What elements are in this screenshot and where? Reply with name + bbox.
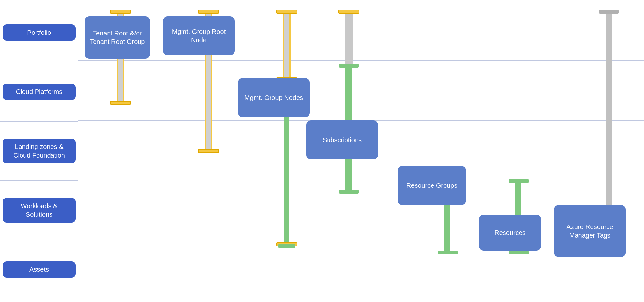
cap-tenant-root-top — [110, 10, 131, 14]
cap-mgmt-nodes-bottom-green — [278, 244, 295, 248]
cap-resources-top — [509, 179, 529, 183]
sidebar-label-assets: Assets — [3, 261, 76, 278]
cap-mgmt-root-top — [198, 10, 219, 14]
node-tenant-root: Tenant Root &/or Tenant Root Group — [85, 16, 150, 59]
node-resources: Resources — [479, 215, 541, 251]
sidebar-label-cloud-platforms: Cloud Platforms — [3, 84, 76, 100]
cap-subscriptions-bottom — [339, 190, 359, 194]
divider-3 — [78, 181, 644, 181]
node-mgmt-group-nodes: Mgmt. Group Nodes — [238, 78, 310, 117]
cap-tenant-root-bottom — [110, 101, 131, 105]
cap-resources-bottom — [509, 251, 529, 254]
node-azure-tags: Azure Resource Manager Tags — [554, 205, 626, 257]
sidebar-row-assets: Assets — [0, 240, 78, 299]
sidebar-row-landing-zones: Landing zones & Cloud Foundation — [0, 122, 78, 181]
cap-mgmt-root-bottom — [198, 149, 219, 153]
connector-mgmt-nodes-gold — [283, 14, 291, 79]
main-diagram-area: Tenant Root &/or Tenant Root Group Mgmt.… — [78, 0, 644, 302]
divider-1 — [78, 60, 644, 61]
sidebar-row-portfolio: Portfolio — [0, 3, 78, 62]
sidebar-row-workloads: Workloads & Solutions — [0, 181, 78, 240]
diagram-container: Portfolio Cloud Platforms Landing zones … — [0, 0, 644, 302]
cap-mgmt-nodes-top-gold — [276, 10, 297, 14]
node-resource-groups: Resource Groups — [398, 166, 466, 205]
sidebar-row-cloud-platforms: Cloud Platforms — [0, 62, 78, 122]
node-subscriptions: Subscriptions — [306, 120, 378, 159]
sidebar-label-workloads: Workloads & Solutions — [3, 198, 76, 223]
sidebar: Portfolio Cloud Platforms Landing zones … — [0, 0, 78, 302]
cap-resource-groups-bottom — [438, 251, 458, 254]
cap-azure-tags-top — [599, 10, 619, 14]
connector-subscriptions-grey-top — [345, 14, 353, 64]
cap-subscriptions-top — [338, 10, 359, 14]
sidebar-label-portfolio: Portfolio — [3, 24, 76, 41]
node-mgmt-group-root: Mgmt. Group Root Node — [163, 16, 235, 55]
sidebar-label-landing-zones: Landing zones & Cloud Foundation — [3, 139, 76, 163]
